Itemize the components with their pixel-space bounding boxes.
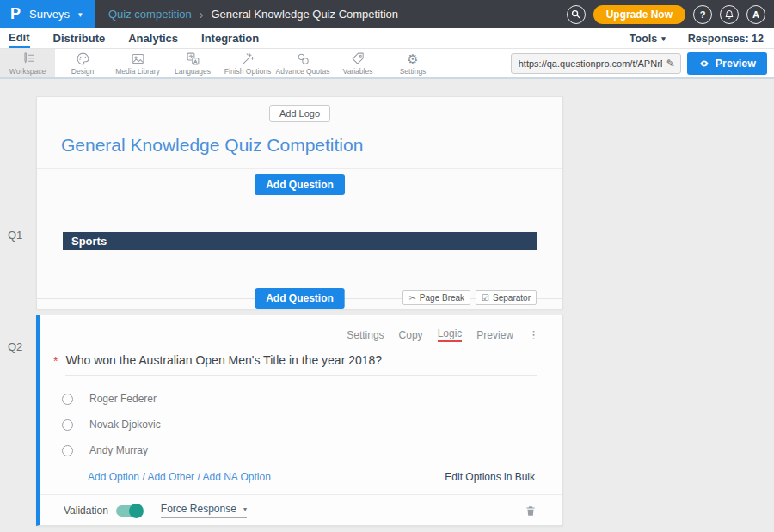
q2-validation-row: Validation Force Response ▾ [40, 495, 562, 518]
delete-question-button[interactable] [525, 504, 537, 517]
add-na-option-link[interactable]: Add NA Option [202, 471, 270, 483]
tool-variables[interactable]: Variables [330, 49, 385, 77]
q2-text-row: * Who won the Australian Open Men's Titl… [40, 342, 562, 376]
edit-url-pencil-icon[interactable]: ✎ [662, 58, 675, 70]
tool-languages[interactable]: Languages [165, 49, 220, 77]
help-button[interactable]: ? [693, 5, 712, 24]
breadcrumb-survey-title: General Knowledge Quiz Competition [212, 8, 399, 21]
toolbar-right: ✎ Preview [511, 49, 774, 77]
radio-icon[interactable] [62, 394, 73, 405]
q2-option-links-row: Add Option / Add Other / Add NA Option E… [40, 463, 562, 483]
top-header-bar: P Surveys ▾ Quiz competition › General K… [0, 0, 774, 28]
upgrade-now-button[interactable]: Upgrade Now [593, 5, 685, 24]
avatar[interactable]: A [746, 5, 765, 24]
tool-settings[interactable]: ⚙ Settings [385, 49, 440, 77]
validation-type-dropdown[interactable]: Force Response ▾ [161, 503, 247, 518]
tool-media-library[interactable]: Media Library [110, 49, 165, 77]
search-button[interactable] [567, 5, 586, 24]
add-other-link[interactable]: Add Other [147, 471, 194, 483]
question-number-q1: Q1 [8, 229, 22, 242]
q2-question-text[interactable]: Who won the Australian Open Men's Title … [65, 353, 537, 376]
question-mark-icon: ? [700, 9, 706, 20]
add-question-row-top: Add Question [37, 169, 562, 195]
tab-integration[interactable]: Integration [201, 28, 259, 48]
advance-quotas-icon [296, 52, 310, 66]
tool-design[interactable]: Design [55, 49, 110, 77]
chevron-down-icon: ▾ [661, 34, 666, 43]
tools-label: Tools [630, 33, 657, 45]
finish-options-icon [241, 52, 255, 66]
product-name: Surveys [29, 8, 70, 21]
add-question-button[interactable]: Add Question [255, 288, 345, 309]
tool-advance-quotas[interactable]: Advance Quotas [275, 49, 330, 77]
secondary-nav: Edit Distribute Analytics Integration To… [0, 28, 774, 49]
trash-icon [525, 504, 537, 517]
add-logo-button[interactable]: Add Logo [269, 105, 330, 122]
question-breaker-row: Add Question ✂ Page Break ☑ Separator [37, 290, 562, 308]
preview-label: Preview [716, 58, 756, 70]
validation-toggle[interactable] [116, 505, 142, 517]
required-asterisk: * [53, 353, 58, 369]
break-controls: ✂ Page Break ☑ Separator [402, 290, 537, 305]
slash-separator: / [142, 471, 144, 483]
tool-workspace[interactable]: Workspace [0, 49, 55, 77]
search-icon [571, 9, 580, 19]
breadcrumb-separator-icon: › [200, 8, 204, 21]
validation-label: Validation [64, 504, 108, 517]
radio-icon[interactable] [62, 445, 73, 456]
chevron-down-icon: ▾ [243, 505, 247, 513]
tab-edit[interactable]: Edit [9, 28, 30, 48]
breadcrumb: Quiz competition › General Knowledge Qui… [108, 8, 398, 21]
add-question-button[interactable]: Add Question [255, 174, 345, 195]
header-actions: Upgrade Now ? A [567, 5, 774, 24]
scissors-icon: ✂ [408, 293, 415, 303]
languages-icon [186, 52, 200, 66]
subnav-right: Tools ▾ Responses: 12 [630, 33, 774, 45]
q2-menu-preview[interactable]: Preview [476, 329, 513, 341]
radio-icon[interactable] [62, 419, 73, 431]
option-row[interactable]: Novak Djokovic [62, 412, 562, 437]
q2-action-menu: Settings Copy Logic Preview ⋮ [40, 315, 562, 342]
q2-menu-copy[interactable]: Copy [399, 329, 423, 341]
breadcrumb-folder[interactable]: Quiz competition [108, 8, 192, 21]
question-number-q2: Q2 [8, 340, 22, 353]
tab-analytics[interactable]: Analytics [128, 28, 178, 48]
surveys-product-menu[interactable]: P Surveys ▾ [0, 0, 95, 28]
bell-icon [724, 9, 734, 20]
survey-url-box: ✎ [511, 53, 681, 74]
tool-finish-options[interactable]: Finish Options [220, 49, 275, 77]
option-row[interactable]: Andy Murray [62, 437, 562, 463]
survey-url-input[interactable] [519, 58, 662, 69]
slash-separator: / [197, 471, 200, 483]
q2-menu-logic[interactable]: Logic [438, 327, 463, 342]
q2-menu-settings[interactable]: Settings [347, 329, 384, 341]
edit-toolbar: Workspace Design Media Library Languages… [0, 49, 774, 79]
q2-options-list: Roger Federer Novak Djokovic Andy Murray [40, 376, 562, 463]
questionpro-logo: P [10, 5, 21, 23]
notifications-button[interactable] [720, 5, 739, 24]
checkbox-checked-icon: ☑ [482, 293, 489, 303]
option-row[interactable]: Roger Federer [62, 386, 562, 412]
eye-icon [698, 58, 710, 69]
chevron-down-icon: ▾ [78, 10, 83, 19]
page-break-button[interactable]: ✂ Page Break [402, 290, 470, 305]
add-option-links: Add Option / Add Other / Add NA Option [88, 471, 271, 483]
media-library-icon [131, 52, 145, 66]
add-logo-row: Add Logo [37, 97, 562, 122]
tab-distribute[interactable]: Distribute [53, 28, 106, 48]
tools-dropdown[interactable]: Tools ▾ [630, 33, 666, 45]
separator-button[interactable]: ☑ Separator [476, 290, 537, 305]
avatar-initial: A [752, 9, 759, 20]
add-option-link[interactable]: Add Option [88, 471, 139, 483]
survey-title[interactable]: General Knowledge Quiz Competition [61, 135, 562, 156]
edit-options-in-bulk-link[interactable]: Edit Options in Bulk [445, 471, 535, 483]
variables-icon [351, 52, 366, 66]
survey-section-tabs: Edit Distribute Analytics Integration [0, 28, 282, 48]
responses-count[interactable]: Responses: 12 [688, 33, 764, 45]
more-options-dots-icon[interactable]: ⋮ [528, 328, 540, 341]
design-icon [76, 52, 90, 66]
survey-head-card: Add Logo General Knowledge Quiz Competit… [36, 96, 563, 309]
q2-question-card: Settings Copy Logic Preview ⋮ * Who won … [36, 315, 563, 526]
preview-button[interactable]: Preview [687, 52, 767, 75]
q1-section-heading[interactable]: Sports [63, 232, 537, 250]
